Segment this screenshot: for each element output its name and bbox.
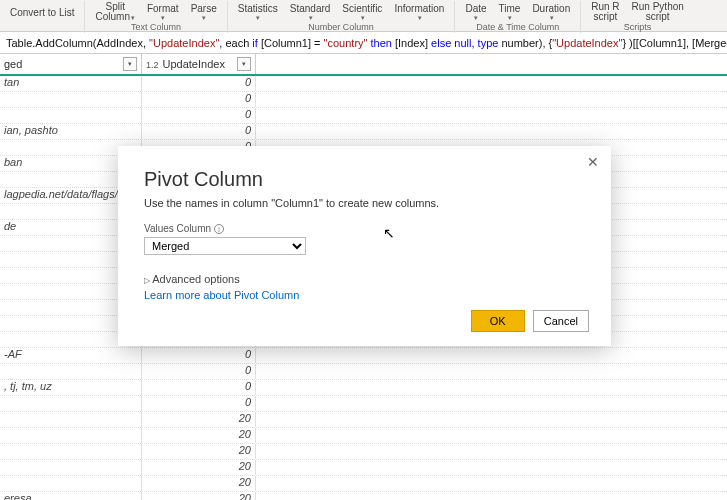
ribbon-group-scripts: Scripts	[624, 23, 652, 32]
table-row[interactable]: ian, pashto0	[0, 124, 727, 140]
cell-updateindex: 0	[142, 76, 256, 91]
ribbon-group-text: Text Column	[131, 23, 181, 32]
cell-updateindex: 20	[142, 460, 256, 475]
cell-merged: ian, pashto	[0, 124, 142, 139]
cell-merged: tan	[0, 76, 142, 91]
time-button[interactable]: Time▾	[493, 0, 527, 24]
cell-updateindex: 0	[142, 108, 256, 123]
cell-merged: -AF	[0, 348, 142, 363]
cell-updateindex: 0	[142, 364, 256, 379]
column-header-merged[interactable]: ged ▾	[0, 54, 142, 74]
values-column-label: Values Columni	[144, 223, 585, 234]
cell-updateindex: 0	[142, 92, 256, 107]
table-row[interactable]: 20	[0, 412, 727, 428]
cell-merged: , tj, tm, uz	[0, 380, 142, 395]
cancel-button[interactable]: Cancel	[533, 310, 589, 332]
cell-updateindex: 0	[142, 348, 256, 363]
table-row[interactable]: tan0	[0, 76, 727, 92]
cell-updateindex: 0	[142, 380, 256, 395]
ok-button[interactable]: OK	[471, 310, 525, 332]
ribbon-group-number: Number Column	[308, 23, 374, 32]
formula-bar[interactable]: Table.AddColumn(AddIndex, "UpdateIndex",…	[0, 32, 727, 54]
chevron-down-icon: ▾	[131, 14, 135, 21]
table-row[interactable]: 20	[0, 476, 727, 492]
decimal-type-icon: 1.2	[146, 60, 159, 70]
chevron-down-icon: ▾	[161, 14, 165, 22]
table-row[interactable]: , tj, tm, uz0	[0, 380, 727, 396]
chevron-down-icon: ▾	[202, 14, 206, 22]
cell-updateindex: 20	[142, 412, 256, 427]
cell-merged	[0, 428, 142, 443]
cell-merged	[0, 444, 142, 459]
cell-updateindex: 20	[142, 428, 256, 443]
cell-merged	[0, 108, 142, 123]
cell-merged	[0, 476, 142, 491]
cell-merged: eresa	[0, 492, 142, 500]
info-icon[interactable]: i	[214, 224, 224, 234]
statistics-button[interactable]: Statistics▾	[232, 0, 284, 24]
ribbon-group-datetime: Date & Time Column	[476, 23, 559, 32]
table-row[interactable]: 20	[0, 428, 727, 444]
cell-updateindex: 0	[142, 124, 256, 139]
dialog-title: Pivot Column	[144, 168, 585, 191]
information-button[interactable]: Information▾	[388, 0, 450, 24]
convert-to-list-button[interactable]: Convert to List	[4, 0, 80, 24]
column-filter-icon[interactable]: ▾	[123, 57, 137, 71]
dialog-subtitle: Use the names in column "Column1" to cre…	[144, 197, 585, 209]
column-filter-icon[interactable]: ▾	[237, 57, 251, 71]
standard-button[interactable]: Standard▾	[284, 0, 337, 24]
scientific-button[interactable]: Scientific▾	[336, 0, 388, 24]
cell-updateindex: 20	[142, 444, 256, 459]
cell-updateindex: 20	[142, 476, 256, 491]
cell-merged	[0, 92, 142, 107]
table-row[interactable]: 0	[0, 92, 727, 108]
table-row[interactable]: 0	[0, 364, 727, 380]
column-header-updateindex[interactable]: 1.2UpdateIndex ▾	[142, 54, 256, 74]
cell-updateindex: 20	[142, 492, 256, 500]
learn-more-link[interactable]: Learn more about Pivot Column	[144, 289, 585, 301]
values-column-select[interactable]: Merged	[144, 237, 306, 255]
table-row[interactable]: 0	[0, 396, 727, 412]
split-column-button[interactable]: Split Column▾	[89, 0, 140, 24]
close-button[interactable]: ✕	[587, 154, 599, 170]
cell-merged	[0, 412, 142, 427]
parse-button[interactable]: Parse▾	[185, 0, 223, 24]
cell-updateindex: 0	[142, 396, 256, 411]
table-row[interactable]: 0	[0, 108, 727, 124]
date-button[interactable]: Date▾	[459, 0, 492, 24]
cell-merged	[0, 396, 142, 411]
run-python-button[interactable]: Run Pythonscript	[626, 0, 690, 24]
cell-merged	[0, 364, 142, 379]
duration-button[interactable]: Duration▾	[526, 0, 576, 24]
table-row[interactable]: 20	[0, 444, 727, 460]
table-row[interactable]: -AF0	[0, 348, 727, 364]
pivot-column-dialog: ✕ Pivot Column Use the names in column "…	[118, 146, 611, 346]
format-button[interactable]: Format▾	[141, 0, 185, 24]
run-r-button[interactable]: Run Rscript	[585, 0, 625, 24]
cell-merged	[0, 460, 142, 475]
advanced-options-toggle[interactable]: Advanced options	[144, 273, 585, 285]
ribbon: Convert to List Split Column▾ Format▾ Pa…	[0, 0, 727, 32]
table-row[interactable]: 20	[0, 460, 727, 476]
table-row[interactable]: eresa20	[0, 492, 727, 500]
